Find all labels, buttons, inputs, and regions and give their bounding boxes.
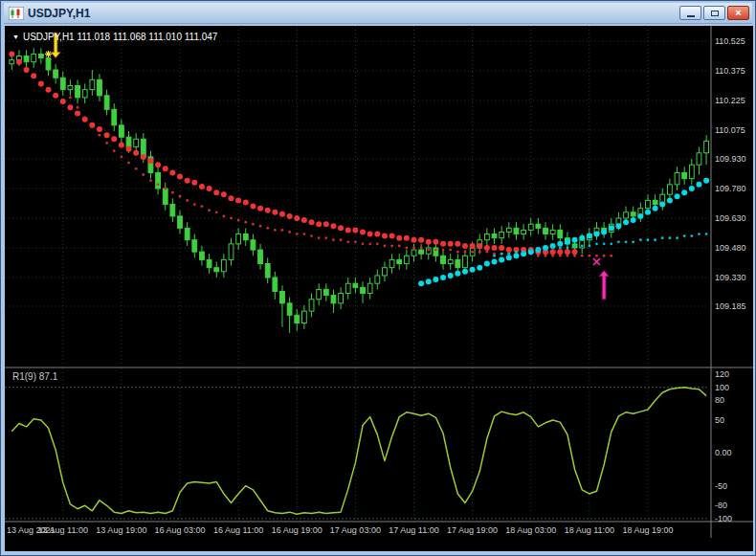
signal-markers bbox=[45, 33, 609, 300]
chart-canvas[interactable]: 110.525110.375110.225110.075109.930109.7… bbox=[5, 26, 753, 551]
time-axis-label: 16 Aug 11:00 bbox=[213, 525, 263, 535]
close-button[interactable]: × bbox=[727, 6, 749, 20]
minimize-button[interactable] bbox=[679, 6, 701, 20]
indicator-label: R1(9) 87.1 bbox=[12, 371, 57, 382]
time-axis-label: 18 Aug 19:00 bbox=[622, 525, 673, 535]
chart-window-icon bbox=[9, 7, 24, 20]
time-axis-label: 16 Aug 19:00 bbox=[272, 525, 322, 535]
price-axis-label: 109.630 bbox=[715, 213, 746, 223]
price-axis-label: 110.075 bbox=[715, 125, 745, 135]
price-axis-labels[interactable]: 110.525110.375110.225110.075109.930109.7… bbox=[715, 36, 746, 311]
time-axis-label: 16 Aug 03:00 bbox=[154, 525, 205, 535]
price-axis-label: 109.330 bbox=[715, 273, 746, 282]
indicator-axis-label: 50 bbox=[715, 415, 724, 425]
minimize-icon bbox=[687, 15, 695, 17]
ohlc-text: USDJPY,H1 111.018 111.068 111.010 111.04… bbox=[23, 32, 218, 42]
indicator-line bbox=[11, 388, 706, 514]
time-axis-label: 17 Aug 19:00 bbox=[447, 525, 498, 535]
time-axis-label: 18 Aug 03:00 bbox=[505, 525, 556, 535]
indicator-axis-label: -100 bbox=[715, 514, 732, 523]
window-title: USDJPY,H1 bbox=[28, 7, 90, 20]
indicator-axis-label: 120 bbox=[715, 369, 729, 379]
price-axis-label: 110.225 bbox=[715, 96, 745, 105]
price-axis-label: 110.375 bbox=[715, 66, 745, 76]
time-axis-label: 17 Aug 03:00 bbox=[330, 525, 381, 535]
price-axis-label: 109.930 bbox=[715, 154, 746, 164]
time-axis-label: 17 Aug 11:00 bbox=[389, 525, 438, 535]
time-axis-label: 13 Aug 11:00 bbox=[38, 525, 88, 535]
chart-client-area: 110.525110.375110.225110.075109.930109.7… bbox=[5, 26, 753, 551]
indicator-axis-label: 100 bbox=[715, 383, 729, 392]
window-titlebar[interactable]: USDJPY,H1 × bbox=[4, 3, 752, 24]
indicator-axis-label: 80 bbox=[715, 395, 724, 405]
time-axis-labels[interactable]: 13 Aug 202113 Aug 11:0013 Aug 19:0016 Au… bbox=[7, 525, 674, 535]
time-axis-label: 13 Aug 19:00 bbox=[96, 525, 146, 535]
restore-icon bbox=[711, 11, 719, 16]
window-controls: × bbox=[678, 6, 749, 20]
price-axis-label: 109.780 bbox=[715, 184, 746, 193]
price-axis-label: 109.480 bbox=[715, 243, 746, 253]
chart-ohlc-header: ▼USDJPY,H1 111.018 111.068 111.010 111.0… bbox=[12, 32, 217, 42]
indicator-axis-label: -80 bbox=[715, 500, 727, 510]
price-axis-label: 110.525 bbox=[715, 36, 745, 46]
symbol-dropdown-icon[interactable]: ▼ bbox=[12, 33, 19, 40]
indicator-axis-labels[interactable]: 12010080500.00-50-80-100 bbox=[715, 369, 732, 523]
indicator-axis-label: -50 bbox=[715, 481, 727, 491]
indicator-axis-label: 0.00 bbox=[715, 448, 732, 457]
trend-dots-cyan-major bbox=[418, 178, 709, 286]
grid-horizontal-lines bbox=[5, 41, 709, 306]
close-icon: × bbox=[735, 8, 741, 18]
time-axis-label: 18 Aug 11:00 bbox=[565, 525, 614, 535]
application-window: USDJPY,H1 × 110.525110.375110.225110.075… bbox=[0, 0, 756, 556]
price-axis-label: 109.185 bbox=[715, 301, 746, 311]
restore-button[interactable] bbox=[703, 6, 725, 20]
